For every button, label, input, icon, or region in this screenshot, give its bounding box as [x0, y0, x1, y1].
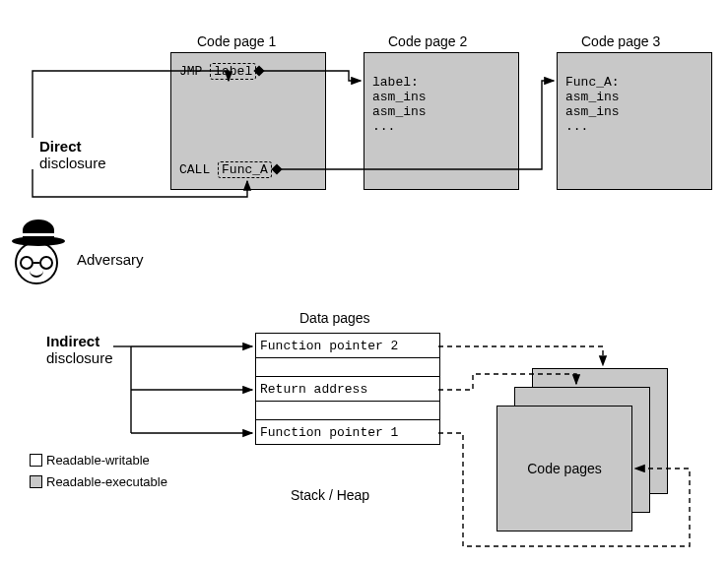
direct-disclosure-label: Direct disclosure [39, 138, 106, 172]
p3-line-4: ... [565, 119, 620, 134]
p1-ins2-arg-box: Func_A [218, 161, 272, 178]
code-page-2-title: Code page 2 [388, 33, 467, 49]
p3-line-3: asm_ins [565, 104, 620, 119]
adversary-label: Adversary [77, 251, 144, 268]
p1-ins1-arg: label [214, 64, 252, 79]
code-page-1: JMP label CALL Func_A [170, 52, 326, 190]
indirect-disclosure-label: Indirect disclosure [46, 333, 113, 367]
data-gap-2 [256, 402, 439, 419]
p2-content: label: asm_ins asm_ins ... [372, 75, 427, 134]
data-row-fp2: Function pointer 2 [256, 333, 439, 358]
code-page-2: label: asm_ins asm_ins ... [364, 52, 519, 190]
data-row-ret: Return address [256, 376, 439, 402]
legend-rx: Readable-executable [30, 474, 167, 489]
p3-content: Func_A: asm_ins asm_ins ... [565, 75, 620, 134]
p1-ins2-op: CALL [179, 162, 210, 177]
data-row-fp1-text: Function pointer 1 [260, 425, 398, 440]
p1-ins2-arg: Func_A [222, 162, 268, 177]
p1-ins1-arg-box: label [210, 63, 256, 80]
p3-line-2: asm_ins [565, 90, 620, 104]
data-row-ret-text: Return address [260, 382, 367, 397]
legend-rw-text: Readable-writable [46, 453, 150, 468]
indirect-rest: disclosure [46, 349, 113, 366]
direct-rest: disclosure [39, 155, 106, 171]
p1-ins1-op: JMP [179, 64, 202, 79]
data-pages-label: Data pages [299, 310, 370, 326]
code-pages-stack-label: Code pages [527, 461, 602, 476]
legend-rx-swatch [30, 475, 42, 488]
data-row-fp1: Function pointer 1 [256, 419, 439, 445]
code-page-3: Func_A: asm_ins asm_ins ... [557, 52, 712, 190]
stack-heap-label: Stack / Heap [291, 487, 369, 503]
indirect-bold: Indirect [46, 333, 99, 349]
data-pages-table: Function pointer 2 Return address Functi… [255, 333, 440, 445]
code-page-1-title: Code page 1 [197, 33, 276, 49]
code-page-3-title: Code page 3 [581, 33, 660, 49]
p3-line-1: Func_A: [565, 75, 620, 90]
p2-line-3: asm_ins [372, 104, 427, 119]
legend-rw-swatch [30, 454, 42, 467]
p1-instruction-1: JMP label [179, 63, 256, 80]
code-pages-stack-front: Code pages [496, 406, 632, 532]
p1-instruction-2: CALL Func_A [179, 161, 272, 178]
data-row-fp2-text: Function pointer 2 [260, 339, 398, 353]
adversary-icon [10, 217, 67, 293]
legend-rw: Readable-writable [30, 453, 150, 468]
data-gap-1 [256, 358, 439, 376]
direct-bold: Direct [39, 138, 82, 155]
p2-line-1: label: [372, 75, 427, 90]
p2-line-4: ... [372, 119, 427, 134]
legend-rx-text: Readable-executable [46, 474, 167, 489]
p2-line-2: asm_ins [372, 90, 427, 104]
